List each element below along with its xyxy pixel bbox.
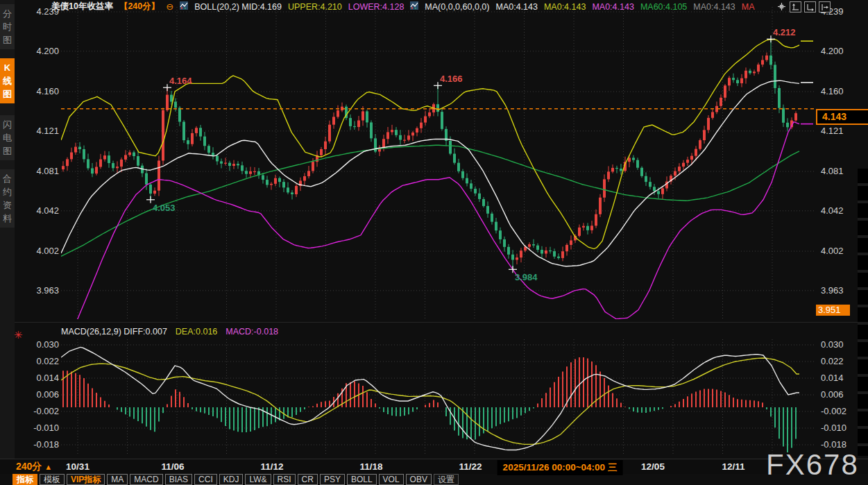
ma60-green-value: MA60:4.105: [640, 2, 687, 12]
date-label: 11/18: [359, 461, 382, 472]
price-axis-label-left: 4.160: [17, 86, 59, 96]
macd-axis-label-left: -0.010: [17, 423, 59, 433]
ma-params: MA(0,0,0,60,0,0): [425, 2, 489, 12]
toolbar-item-bias[interactable]: BIAS: [165, 474, 192, 485]
ma0-magenta-value: MA0:4.143: [592, 2, 633, 12]
tab-char: 分: [3, 7, 12, 20]
tab-char: 闪: [3, 118, 12, 131]
left-sidebar: 分时图K线图闪电图合约资料: [0, 0, 15, 473]
macd-axis-label-left: 0.030: [17, 339, 59, 350]
boll-mid-value: BOLL(20,2) MID:4.169: [194, 2, 282, 12]
price-axis-label-left: 4.121: [17, 126, 59, 136]
price-axis-label-left: 4.200: [17, 46, 59, 56]
toolbar-item-指标[interactable]: 指标: [12, 474, 37, 485]
tab-char: K: [4, 61, 10, 74]
candles-layer: [62, 39, 797, 269]
boll-lower-line: [61, 122, 799, 332]
macd-histogram-layer: [63, 357, 796, 452]
price-axis-label-left: 4.042: [17, 205, 59, 216]
macd-axis-label-left: -0.018: [17, 439, 59, 450]
price-axis-label-left: 4.081: [17, 166, 59, 176]
toolbar-item-ma[interactable]: MA: [107, 474, 128, 485]
toolbar-item-macd[interactable]: MACD: [130, 474, 162, 485]
x-scale-icon[interactable]: [804, 1, 816, 12]
boll-lower-value: LOWER:4.128: [348, 2, 405, 12]
date-label: 10/31: [66, 461, 90, 472]
boll-upper-value: UPPER:4.210: [288, 2, 342, 12]
grid-layer: [61, 7, 815, 456]
toolbar-item-kdj[interactable]: KDJ: [219, 474, 244, 485]
price-extreme-label: 4.164: [169, 76, 192, 86]
x-axis-row: 240分 ▲ 10/3111/0611/1211/1811/2212/0512/…: [0, 459, 868, 474]
tab-flash-chart[interactable]: 闪电图: [0, 115, 15, 160]
price-axis-label-right: 4.081: [821, 166, 844, 176]
period-text: 240分: [16, 461, 42, 472]
y-scale-icon[interactable]: [790, 1, 801, 12]
tab-char: 合: [3, 172, 12, 185]
tab-contract-info[interactable]: 合约资料: [0, 169, 15, 228]
ma-red-label: MA: [742, 2, 755, 12]
tab-char: 图: [3, 33, 12, 46]
indicator-chart-icon: [180, 1, 188, 12]
price-axis-label-left: 3.963: [17, 285, 59, 296]
date-label: 12/11: [722, 461, 744, 472]
macd-value: MACD:-0.018: [225, 327, 278, 337]
macd-dea-value: DEA:0.016: [176, 327, 217, 337]
macd-axis-label-right: 0.006: [821, 389, 844, 400]
crosshair-icon[interactable]: [776, 1, 787, 11]
period-selector[interactable]: 240分 ▲: [16, 461, 52, 473]
extreme-markers-layer: [146, 35, 775, 273]
macd-axis-label-right: 0.030: [821, 339, 844, 350]
tab-intraday-chart[interactable]: 分时图: [0, 4, 15, 49]
toolbar-item-cr[interactable]: CR: [298, 474, 318, 485]
tab-char: 电: [3, 131, 12, 144]
price-axis-label-right: 4.160: [821, 86, 844, 96]
tab-char: 线: [3, 74, 12, 87]
price-axis-label-right: 4.200: [821, 46, 844, 56]
toolbar-item-rsi[interactable]: RSI: [273, 474, 296, 485]
date-label: 11/12: [260, 461, 283, 472]
low-price-badge: 3.951: [816, 305, 850, 316]
macd-axis-label-left: 0.022: [17, 356, 59, 366]
toolbar-item-模板[interactable]: 模板: [40, 474, 65, 485]
toolbar-item-设置[interactable]: 设置: [434, 474, 459, 485]
watermark-text: FX678: [766, 448, 859, 482]
right-edge-texture: [858, 169, 868, 456]
date-label: 11/22: [459, 461, 482, 472]
toolbar-item-boll[interactable]: BOLL: [347, 474, 377, 485]
toolbar-item-vip指标[interactable]: VIP指标: [67, 474, 105, 485]
reset-scale-icon[interactable]: [819, 1, 831, 12]
toolbar-item-lw&[interactable]: LW&: [245, 474, 271, 485]
current-price-badge: 4.143: [816, 109, 868, 125]
price-axis-label-right: 3.963: [821, 285, 844, 296]
macd-axis-label-left: 0.006: [17, 389, 59, 400]
macd-axis-label-left: 0.014: [17, 373, 59, 383]
macd-params-diff: MACD(26,12,9) DIFF:0.007: [61, 327, 167, 337]
price-axis-label-left: 4.002: [17, 246, 59, 256]
macd-axis-label-right: 0.022: [821, 356, 844, 366]
collapse-circle-icon: ⊖: [166, 1, 173, 12]
toolbar-item-obv[interactable]: OBV: [406, 474, 432, 485]
macd-header: MACD(26,12,9) DIFF:0.007DEA:0.016MACD:-0…: [61, 326, 278, 337]
tab-kline-chart[interactable]: K线图: [0, 58, 15, 103]
boll-upper-line: [61, 40, 799, 249]
price-extreme-label: 4.166: [440, 74, 463, 84]
toolbar-item-vol[interactable]: VOL: [379, 474, 404, 485]
price-extreme-label: 4.053: [153, 203, 176, 213]
period-tag: 【240分】: [119, 1, 160, 12]
pane-separator: [0, 322, 868, 323]
macd-axis-label-right: -0.010: [821, 423, 846, 433]
macd-axis-label-right: -0.002: [821, 406, 846, 416]
toolbar-item-psy[interactable]: PSY: [320, 474, 345, 485]
trading-app-window: 分时图K线图闪电图合约资料 美债10年收益率【240分】⊖BOLL(20,2) …: [0, 0, 868, 485]
price-extreme-label: 3.984: [515, 272, 538, 282]
ma-chart-icon: [410, 1, 418, 12]
chart-plot-area[interactable]: [0, 0, 868, 458]
selected-candle-datetime: 2025/11/26 00:00~04:00 三: [497, 460, 623, 475]
toolbar-item-cci[interactable]: CCI: [194, 474, 217, 485]
period-arrow-icon: ▲: [44, 463, 52, 471]
tab-char: 图: [3, 144, 12, 158]
ma0-yellow-value: MA0:4.143: [544, 2, 586, 12]
date-label: 11/06: [161, 461, 184, 472]
indicator-toolbar: 指标模板VIP指标MAMACDBIASCCIKDJLW&RSICRPSYBOLL…: [12, 474, 459, 485]
